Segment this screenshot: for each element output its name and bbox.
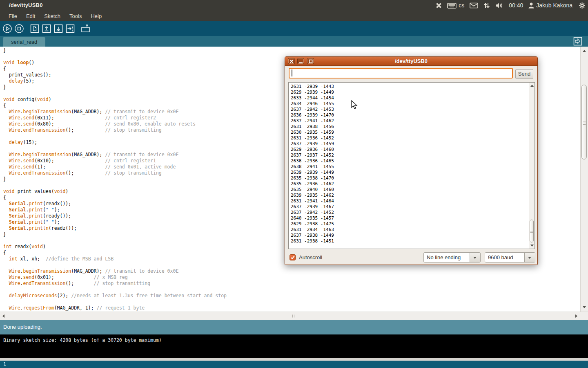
user-person-icon bbox=[528, 2, 534, 9]
tab-bar: serial_read bbox=[0, 36, 588, 47]
serial-row: 2635 -2936 -1462 bbox=[291, 181, 529, 187]
editor-vertical-scrollbar[interactable] bbox=[580, 47, 588, 312]
menubar: FileEditSketchToolsHelp bbox=[0, 11, 588, 21]
stop-icon bbox=[14, 24, 24, 34]
serial-row: 2638 -2941 -1455 bbox=[291, 164, 529, 170]
new-sketch-button[interactable] bbox=[29, 23, 40, 34]
menu-item-edit[interactable]: Edit bbox=[22, 11, 40, 21]
open-up-arrow-icon bbox=[42, 24, 51, 34]
serial-row: 2639 -2935 -1462 bbox=[291, 193, 529, 198]
serial-scroll-down-icon[interactable] bbox=[530, 245, 534, 247]
scroll-up-arrow-icon[interactable] bbox=[583, 50, 586, 52]
tab-serial-read[interactable]: serial_read bbox=[3, 37, 45, 47]
serial-row: 2638 -2936 -1465 bbox=[291, 158, 529, 164]
serial-row: 2629 -2936 -1460 bbox=[291, 147, 529, 153]
serial-monitor-titlebar[interactable]: /dev/ttyUSB0 bbox=[285, 57, 537, 66]
serial-monitor-body: Send 2631 -2939 -14432629 -2939 -1449263… bbox=[285, 66, 537, 265]
desktop-panel: /dev/ttyUSB0 cs 00:40 Jakub Kakona bbox=[0, 0, 588, 11]
autoscroll-label: Autoscroll bbox=[299, 252, 322, 263]
keyboard-layout-label: cs bbox=[459, 2, 464, 9]
clock-label[interactable]: 00:40 bbox=[509, 2, 523, 9]
keyboard-icon bbox=[447, 2, 457, 9]
tab-menu-arrow-icon bbox=[573, 37, 582, 46]
window-title: /dev/ttyUSB0 bbox=[9, 2, 43, 8]
serial-row: 2636 -2939 -1470 bbox=[291, 112, 529, 118]
status-message: Done uploading. bbox=[3, 324, 42, 330]
editor-horizontal-scrollbar[interactable] bbox=[0, 312, 588, 320]
serial-row: 2635 -2940 -1460 bbox=[291, 187, 529, 193]
autoscroll-checkbox[interactable] bbox=[290, 254, 296, 260]
serial-row: 2629 -2938 -1475 bbox=[291, 221, 529, 227]
tab-menu-button[interactable] bbox=[573, 37, 582, 46]
new-sketch-icon bbox=[30, 24, 40, 34]
serial-output-panel: 2631 -2939 -14432629 -2939 -14492633 -29… bbox=[288, 82, 535, 249]
upload-right-arrow-icon bbox=[65, 24, 75, 34]
line-number: 1 bbox=[3, 361, 6, 367]
serial-monitor-window: /dev/ttyUSB0 Send 2631 -2939 -14432629 -… bbox=[285, 56, 538, 265]
session-gear-icon[interactable] bbox=[579, 2, 586, 9]
cross-indicator-icon[interactable] bbox=[436, 2, 442, 9]
serial-row: 2631 -2936 -1452 bbox=[291, 135, 529, 141]
system-tray: cs 00:40 Jakub Kakona bbox=[436, 0, 586, 11]
serial-row: 2637 -2939 -1467 bbox=[291, 204, 529, 210]
code-line bbox=[3, 299, 580, 305]
serial-scrollbar[interactable] bbox=[529, 83, 535, 249]
serial-row: 2635 -2938 -1470 bbox=[291, 175, 529, 181]
status-bar: Done uploading. bbox=[0, 320, 588, 334]
dropdown-arrow-button[interactable] bbox=[524, 253, 535, 262]
menu-item-file[interactable]: File bbox=[4, 11, 22, 21]
verify-play-icon bbox=[2, 24, 12, 34]
editor-scrollbar-thumb[interactable] bbox=[581, 85, 587, 159]
serial-scroll-up-icon[interactable] bbox=[530, 85, 534, 87]
serial-row: 2630 -2935 -1459 bbox=[291, 130, 529, 135]
username-label: Jakub Kakona bbox=[536, 2, 572, 9]
serial-row: 2637 -2941 -1462 bbox=[291, 118, 529, 124]
code-line: Wire.endTransmission(); // stop transmit… bbox=[3, 280, 580, 287]
line-ending-select[interactable]: No line ending bbox=[423, 252, 481, 263]
mail-envelope-icon[interactable] bbox=[470, 2, 478, 9]
serial-monitor-button[interactable] bbox=[80, 23, 91, 34]
menu-item-sketch[interactable]: Sketch bbox=[40, 11, 65, 21]
ide-toolbar bbox=[0, 21, 588, 36]
serial-row: 2631 -2939 -1443 bbox=[291, 84, 529, 90]
menubar-items: FileEditSketchToolsHelp bbox=[4, 11, 106, 21]
code-line bbox=[3, 287, 580, 293]
code-line: delayMicroseconds(2); //needs at least 1… bbox=[3, 293, 580, 299]
serial-monitor-controls: Autoscroll No line ending 9600 baud bbox=[285, 252, 537, 263]
volume-speaker-icon[interactable] bbox=[495, 2, 503, 9]
upload-button[interactable] bbox=[65, 23, 76, 34]
scroll-down-arrow-icon[interactable] bbox=[583, 306, 586, 308]
serial-monitor-icon bbox=[80, 24, 91, 34]
save-down-arrow-icon bbox=[53, 24, 63, 34]
baud-rate-select[interactable]: 9600 baud bbox=[485, 252, 535, 263]
serial-row: 2629 -2939 -1449 bbox=[291, 90, 529, 95]
menu-item-tools[interactable]: Tools bbox=[65, 11, 86, 21]
serial-row: 2631 -2941 -1464 bbox=[291, 198, 529, 204]
code-line: } bbox=[3, 47, 580, 54]
verify-button[interactable] bbox=[2, 23, 13, 34]
line-ending-value: No line ending bbox=[424, 253, 470, 262]
open-sketch-button[interactable] bbox=[41, 23, 52, 34]
serial-row: 2633 -2944 -1454 bbox=[291, 95, 529, 101]
save-sketch-button[interactable] bbox=[53, 23, 64, 34]
serial-send-input[interactable] bbox=[289, 68, 513, 79]
scroll-right-arrow-icon[interactable] bbox=[575, 314, 577, 318]
serial-row: 2640 -2935 -1457 bbox=[291, 215, 529, 221]
chevron-down-icon bbox=[473, 257, 477, 259]
dropdown-arrow-button[interactable] bbox=[470, 253, 480, 262]
network-updown-arrows-icon[interactable] bbox=[483, 2, 490, 9]
serial-row: 2637 -2937 -1452 bbox=[291, 153, 529, 158]
serial-row: 2631 -2934 -1463 bbox=[291, 227, 529, 233]
keyboard-layout-indicator[interactable]: cs bbox=[447, 2, 464, 9]
serial-row: 2637 -2939 -1459 bbox=[291, 141, 529, 147]
mouse-cursor bbox=[351, 100, 359, 112]
send-button[interactable]: Send bbox=[515, 69, 533, 79]
stop-button[interactable] bbox=[14, 23, 24, 34]
console-text: Binary sketch size: 4208 bytes (of a 307… bbox=[3, 337, 162, 343]
scroll-left-arrow-icon[interactable] bbox=[2, 314, 4, 318]
user-menu[interactable]: Jakub Kakona bbox=[528, 2, 572, 9]
serial-scrollbar-thumb[interactable] bbox=[530, 220, 534, 242]
serial-output: 2631 -2939 -14432629 -2939 -14492633 -29… bbox=[289, 83, 529, 249]
build-console: Binary sketch size: 4208 bytes (of a 307… bbox=[0, 334, 588, 358]
menu-item-help[interactable]: Help bbox=[86, 11, 106, 21]
